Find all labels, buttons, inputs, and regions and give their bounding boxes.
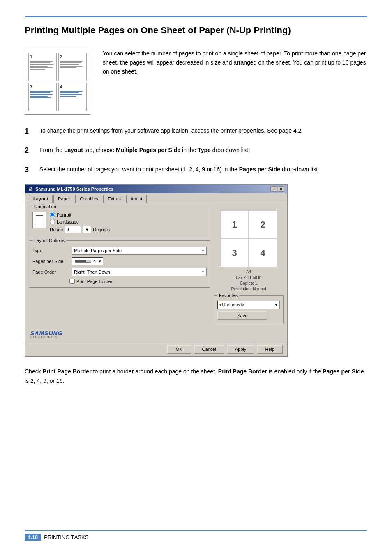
dialog-footer: OK Cancel Apply Help: [25, 342, 287, 356]
preview-cell-1: 1: [220, 210, 249, 239]
page-order-value: Right, Then Down: [74, 270, 110, 274]
favorites-group: Favorites <Unnamed> ▼ Save: [214, 295, 284, 323]
rotate-row: Rotate ▼ Degrees: [50, 226, 110, 233]
dialog-content: Orientation Portrait Lan: [25, 203, 287, 327]
tab-layout[interactable]: Layout: [29, 195, 53, 203]
apply-button[interactable]: Apply: [227, 345, 255, 354]
dialog-titlebar-buttons[interactable]: ? ✕: [270, 186, 284, 192]
degrees-dropdown[interactable]: ▼: [83, 226, 91, 233]
tab-paper[interactable]: Paper: [53, 195, 74, 203]
preview-cell-3: 3: [220, 239, 249, 267]
landscape-label: Landscape: [57, 219, 79, 224]
layout-options-group: Layout Options Type Multiple Pages per S…: [29, 240, 210, 288]
type-select[interactable]: Multiple Pages per Side ▼: [72, 247, 207, 255]
bottom-bar: 4.10 PRINTING TASKS: [25, 530, 367, 541]
orientation-group-title: Orientation: [32, 204, 58, 209]
preview-box: 1 2 3 4: [220, 210, 277, 267]
dialog-right-panel: 1 2 3 4 A4 8.27 x 11.69 in. Copies: 1 Re…: [214, 207, 284, 323]
help-titlebar-button[interactable]: ?: [270, 186, 277, 192]
step-3-text: Select the number of pages you want to p…: [39, 165, 319, 174]
preview-page-2: 2: [58, 53, 87, 81]
ok-button[interactable]: OK: [167, 345, 191, 354]
paper-info: A4 8.27 x 11.69 in. Copies: 1 Resolution…: [231, 269, 266, 292]
favorites-select[interactable]: <Unnamed> ▼: [217, 301, 280, 309]
page-indicator: 4.10: [25, 534, 41, 541]
page-order-select[interactable]: Right, Then Down ▼: [72, 268, 207, 276]
dialog-left-panel: Orientation Portrait Lan: [29, 207, 210, 323]
post-text: Check Print Page Border to print a borde…: [25, 367, 367, 385]
paper-preview-illustration: 1 2 3: [25, 49, 90, 115]
pages-per-side-row: Pages per Side 4 ▼: [32, 257, 207, 265]
orientation-options: Portrait Landscape Rotate ▼: [50, 212, 110, 233]
portrait-label: Portrait: [57, 212, 71, 217]
slider-visual: [75, 260, 91, 263]
step-1: 1 To change the print settings from your…: [25, 126, 367, 136]
preview-page-4: 4: [58, 83, 87, 111]
landscape-radio[interactable]: [50, 219, 55, 224]
dialog-titlebar: 🖨 Samsung ML-1750 Series Properties ? ✕: [25, 185, 287, 193]
top-rule: [25, 16, 367, 17]
preview-page-1: 1: [28, 53, 57, 81]
step-2-text: From the Layout tab, choose Multiple Pag…: [39, 145, 250, 154]
type-value: Multiple Pages per Side: [74, 248, 122, 253]
step-2: 2 From the Layout tab, choose Multiple P…: [25, 145, 367, 156]
pages-per-side-label: Pages per Side: [32, 259, 69, 264]
step-2-number: 2: [25, 145, 33, 156]
orientation-group: Orientation Portrait Lan: [29, 207, 210, 237]
rotate-input[interactable]: [65, 226, 81, 233]
save-button[interactable]: Save: [217, 311, 267, 320]
degrees-label: Degrees: [93, 227, 110, 232]
paper-dimensions: 8.27 x 11.69 in.: [235, 275, 263, 280]
close-titlebar-button[interactable]: ✕: [278, 186, 284, 192]
samsung-logo: SAMSUNG ELECTRONICS: [30, 330, 63, 339]
portrait-radio[interactable]: [50, 212, 55, 217]
intro-paragraph: You can select the number of pages to pr…: [103, 49, 367, 115]
portrait-radio-row: Portrait: [50, 212, 110, 217]
type-select-arrow: ▼: [201, 249, 205, 253]
page-order-label: Page Order: [32, 270, 69, 274]
rotate-label: Rotate: [50, 227, 63, 232]
dialog-tabs: Layout Paper Graphics Extras About: [25, 193, 287, 203]
favorites-value: <Unnamed>: [219, 302, 244, 307]
dialog-titlebar-left: 🖨 Samsung ML-1750 Series Properties: [28, 186, 113, 192]
landscape-radio-row: Landscape: [50, 219, 110, 224]
tab-extras[interactable]: Extras: [103, 195, 125, 203]
cancel-button[interactable]: Cancel: [194, 345, 224, 354]
dialog-title: Samsung ML-1750 Series Properties: [35, 187, 113, 191]
pages-per-side-dropdown-arrow: ▼: [98, 260, 101, 263]
degrees-value: ▼: [85, 227, 89, 232]
paper-size: A4: [246, 270, 251, 274]
favorites-label: Favorites: [217, 293, 239, 298]
section-label: PRINTING TASKS: [44, 534, 88, 540]
page-order-arrow: ▼: [201, 270, 205, 274]
pages-per-side-control[interactable]: 4 ▼: [72, 257, 103, 265]
step-1-text: To change the print settings from your s…: [39, 126, 303, 135]
page-order-row: Page Order Right, Then Down ▼: [32, 268, 207, 276]
page-title: Printing Multiple Pages on One Sheet of …: [25, 25, 367, 37]
print-page-border-label: Print Page Border: [76, 279, 112, 284]
preview-cell-2: 2: [249, 210, 277, 239]
dialog-app-icon: 🖨: [28, 186, 33, 192]
step-1-number: 1: [25, 126, 33, 136]
samsung-logo-area: SAMSUNG ELECTRONICS: [25, 327, 287, 342]
step-3-number: 3: [25, 165, 33, 175]
preview-page-3: 3: [28, 83, 57, 111]
tab-graphics[interactable]: Graphics: [75, 195, 102, 203]
type-field-row: Type Multiple Pages per Side ▼: [32, 247, 207, 255]
layout-options-title: Layout Options: [32, 238, 66, 243]
copies-info: Copies: 1: [240, 281, 257, 286]
help-button[interactable]: Help: [257, 345, 283, 354]
tab-about[interactable]: About: [126, 195, 147, 203]
favorites-arrow: ▼: [274, 303, 278, 307]
pages-per-side-value: 4: [93, 259, 96, 264]
type-label: Type: [32, 248, 69, 253]
page: Printing Multiple Pages on One Sheet of …: [0, 0, 392, 553]
preview-cell-4: 4: [249, 239, 277, 267]
resolution-info: Resolution: Normal: [231, 287, 266, 291]
dialog-window: 🖨 Samsung ML-1750 Series Properties ? ✕ …: [25, 184, 288, 357]
steps-list: 1 To change the print settings from your…: [25, 126, 367, 175]
print-page-border-row: Print Page Border: [69, 279, 207, 284]
print-page-border-checkbox[interactable]: [69, 279, 75, 284]
orientation-icon-portrait: [32, 212, 46, 228]
intro-section: 1 2 3: [25, 49, 367, 115]
